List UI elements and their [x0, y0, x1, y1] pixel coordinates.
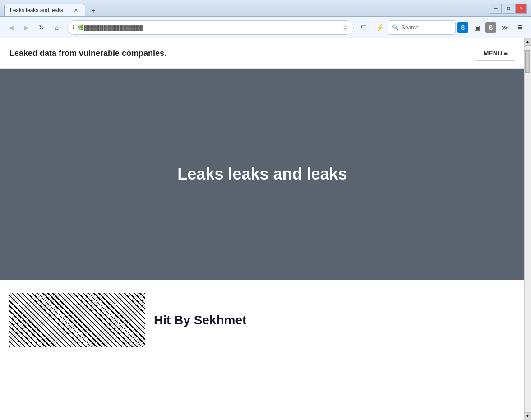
menu-button[interactable]: ≡: [513, 21, 527, 34]
browser-tab[interactable]: Leaks leaks and leaks ✕: [4, 4, 85, 16]
post-title: Hit By Sekhmet: [154, 313, 246, 328]
extensions-icon: ≫: [502, 24, 508, 31]
more-button[interactable]: ···: [331, 23, 340, 32]
search-bar[interactable]: 🔍: [388, 20, 456, 35]
scroll-up-button[interactable]: ▲: [525, 38, 531, 46]
forward-icon: ▶: [24, 24, 29, 31]
extensions-button[interactable]: ≫: [498, 21, 512, 34]
scroll-track[interactable]: [525, 46, 531, 412]
address-bar[interactable]: ℹ 🌿▓▓▓▓▓▓▓▓▓▓▓▓▓▓▓ ··· ☆: [67, 20, 354, 35]
scroll-down-button[interactable]: ▼: [525, 412, 531, 420]
scroll-thumb[interactable]: [525, 50, 530, 73]
search-input[interactable]: [402, 24, 447, 31]
s-icon-gray[interactable]: S: [485, 22, 496, 33]
titlebar: Leaks leaks and leaks ✕ + ─ □ ✕: [0, 0, 531, 17]
maximize-button[interactable]: □: [503, 4, 514, 14]
scrollbar[interactable]: ▲ ▼: [524, 38, 531, 420]
site-header: Leaked data from vulnerable companies. M…: [0, 38, 524, 69]
close-button[interactable]: ✕: [515, 4, 527, 14]
hero-banner: Leaks leaks and leaks: [0, 69, 524, 280]
window-controls: ─ □ ✕: [490, 4, 527, 14]
forward-button[interactable]: ▶: [19, 21, 33, 34]
menu-toggle-button[interactable]: MENU ≡: [476, 46, 515, 61]
tab-area: Leaks leaks and leaks ✕ +: [4, 0, 490, 16]
reader-view-button[interactable]: ▣: [470, 21, 484, 34]
bookmark-icon[interactable]: ☆: [342, 23, 349, 32]
browser-window: Leaks leaks and leaks ✕ + ─ □ ✕ ◀ ▶ ↻ ⌂ …: [0, 0, 531, 420]
content-area: Leaked data from vulnerable companies. M…: [0, 38, 531, 420]
reload-icon: ↻: [39, 24, 44, 31]
url-text: 🌿▓▓▓▓▓▓▓▓▓▓▓▓▓▓▓: [77, 24, 328, 31]
new-tab-button[interactable]: +: [87, 5, 100, 16]
tab-close-button[interactable]: ✕: [72, 7, 79, 14]
lightning-button[interactable]: ⚡: [373, 21, 386, 34]
search-icon: 🔍: [392, 24, 399, 31]
reload-button[interactable]: ↻: [35, 21, 48, 34]
navbar: ◀ ▶ ↻ ⌂ ℹ 🌿▓▓▓▓▓▓▓▓▓▓▓▓▓▓▓ ··· ☆ 🛡 ⚡ 🔍 S: [0, 17, 531, 38]
reader-icon: ▣: [474, 24, 480, 31]
home-icon: ⌂: [55, 24, 59, 31]
home-button[interactable]: ⌂: [50, 21, 64, 34]
post-section: Hit By Sekhmet: [0, 280, 524, 361]
back-button[interactable]: ◀: [4, 21, 18, 34]
tab-title: Leaks leaks and leaks: [10, 7, 69, 14]
post-thumbnail: [9, 293, 145, 347]
hero-title: Leaks leaks and leaks: [177, 165, 347, 184]
shield-button[interactable]: 🛡: [357, 21, 371, 34]
webpage[interactable]: Leaked data from vulnerable companies. M…: [0, 38, 524, 420]
site-tagline: Leaked data from vulnerable companies.: [9, 49, 166, 58]
minimize-button[interactable]: ─: [490, 4, 502, 14]
back-icon: ◀: [9, 24, 14, 31]
shield-icon: 🛡: [361, 24, 367, 31]
lightning-icon: ⚡: [376, 24, 383, 31]
s-icon-blue[interactable]: S: [457, 22, 468, 33]
info-icon: ℹ: [72, 24, 74, 31]
